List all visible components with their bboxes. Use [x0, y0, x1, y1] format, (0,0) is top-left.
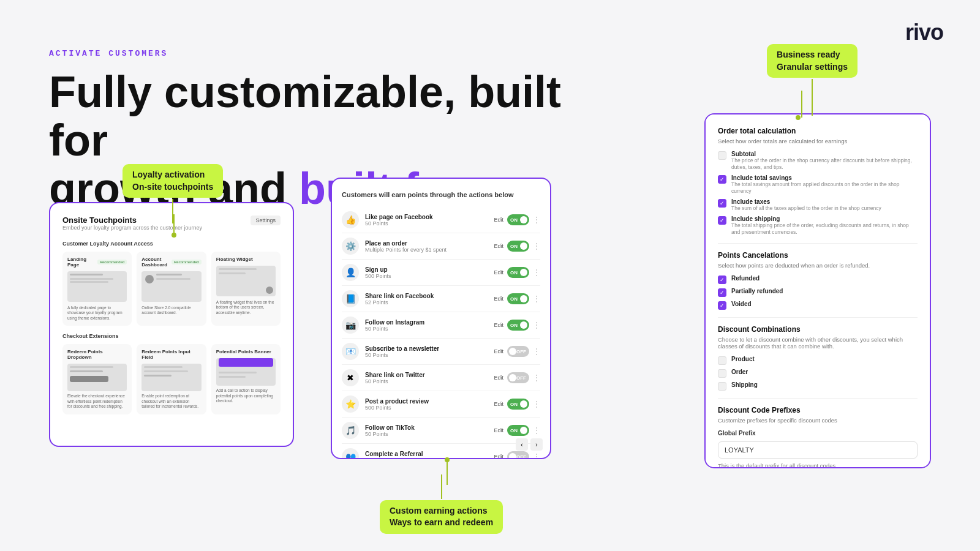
label-voided: Voided [731, 301, 752, 307]
preview-dropdown [67, 364, 127, 391]
divider-2 [718, 317, 918, 318]
name-tiktok: Follow on TikTok [365, 424, 494, 431]
account-cards: Landing Page Recommended A fully dedicat… [62, 252, 281, 326]
edit-newsletter[interactable]: Edit [494, 348, 503, 354]
edit-facebook-like[interactable]: Edit [494, 217, 503, 223]
toggle-place-order[interactable]: ON [507, 241, 529, 252]
option-partially-refunded: Partially refunded [718, 288, 918, 297]
controls-share-facebook: Edit ON ⋮ [494, 293, 540, 304]
info-share-facebook: Share link on Facebook 52 Points [365, 293, 494, 305]
card-floating-widget[interactable]: Floating Widget A floating widget that l… [211, 252, 281, 326]
name-twitter: Share link on Twitter [365, 372, 494, 378]
icon-twitter: ✖ [342, 369, 359, 386]
points-newsletter: 50 Points [365, 352, 494, 358]
text-refunded: Refunded [731, 275, 760, 284]
toggle-tiktok[interactable]: ON [507, 425, 529, 436]
toggle-share-facebook[interactable]: ON [507, 293, 529, 304]
checkbox-refunded[interactable] [718, 276, 726, 284]
controls-newsletter: Edit OFF ⋮ [494, 346, 540, 357]
desc-taxes: The sum of all the taxes applied to the … [731, 205, 881, 212]
info-signup: Sign up 500 Points [365, 266, 494, 279]
edit-signup[interactable]: Edit [494, 269, 503, 276]
label-order: Order [731, 369, 748, 375]
toggle-facebook-like[interactable]: ON [507, 214, 529, 225]
preview-widget [216, 266, 276, 296]
earning-row-facebook-like: 👍 Like page on Facebook 50 Points Edit O… [342, 207, 540, 233]
option-taxes: Include taxes The sum of all the taxes a… [718, 198, 918, 212]
prev-arrow[interactable]: ‹ [516, 438, 528, 451]
earning-row-share-facebook: 📘 Share link on Facebook 52 Points Edit … [342, 286, 540, 312]
controls-facebook-like: Edit ON ⋮ [494, 214, 540, 225]
edit-share-facebook[interactable]: Edit [494, 296, 503, 302]
option-subtotal: Subtotal The price of the order in the s… [718, 151, 918, 171]
edit-instagram[interactable]: Edit [494, 322, 503, 328]
tooltip-earning-line1: Custom earning actions [390, 505, 493, 517]
edit-review[interactable]: Edit [494, 401, 503, 407]
tooltip-business: Business ready Granular settings [767, 44, 858, 78]
toggle-signup[interactable]: ON [507, 267, 529, 278]
text-shipping: Include shipping The total shipping pric… [731, 216, 918, 236]
card-redeem-input[interactable]: Redeem Points Input Field Enable point r… [137, 344, 206, 414]
desc-widget: A floating widget that lives on the bott… [216, 300, 276, 315]
toggle-review[interactable]: ON [507, 399, 529, 410]
earning-row-newsletter: 📧 Subscribe to a newsletter 50 Points Ed… [342, 339, 540, 365]
checkout-cards: Redeem Points Dropdown Elevate the check… [62, 344, 281, 414]
edit-place-order[interactable]: Edit [494, 243, 503, 249]
icon-review: ⭐ [342, 395, 359, 413]
text-subtotal: Subtotal The price of the order in the s… [731, 151, 918, 171]
card-points-banner[interactable]: Potential Points Banner Add a call to ac… [211, 344, 281, 414]
label-partially-refunded: Partially refunded [731, 288, 783, 294]
drag-facebook-like: ⋮ [533, 216, 540, 224]
toggle-referral[interactable]: OFF [507, 451, 529, 459]
info-twitter: Share link on Twitter 50 Points [365, 372, 494, 384]
earning-row-twitter: ✖ Share link on Twitter 50 Points Edit O… [342, 365, 540, 391]
label-subtotal: Subtotal [731, 151, 918, 157]
card-label-dashboard: Account Dashboard [141, 257, 172, 268]
settings-button[interactable]: Settings [251, 216, 281, 225]
card-account-dashboard[interactable]: Account Dashboard Recommended Online Sto… [137, 252, 206, 326]
checkbox-shipping-combo[interactable] [718, 382, 726, 391]
desc-redeem-dropdown: Elevate the checkout experience with eff… [67, 394, 127, 409]
controls-referral: Edit OFF ⋮ [494, 451, 540, 459]
drag-twitter: ⋮ [533, 373, 540, 382]
option-total-savings: Include total savings The total savings … [718, 174, 918, 195]
text-shipping-combo: Shipping [731, 381, 758, 391]
connector-earning [447, 460, 448, 485]
card-landing-page[interactable]: Landing Page Recommended A fully dedicat… [62, 252, 132, 326]
checkbox-shipping[interactable] [718, 216, 726, 225]
label-product: Product [731, 356, 755, 362]
toggle-instagram[interactable]: ON [507, 320, 529, 331]
points-place-order: Multiple Points for every $1 spent [365, 247, 494, 253]
combinations-desc: Choose to let a discount combine with ot… [718, 336, 918, 350]
checkbox-taxes[interactable] [718, 199, 726, 208]
edit-tiktok[interactable]: Edit [494, 427, 503, 433]
icon-tiktok: 🎵 [342, 422, 359, 439]
checkbox-voided[interactable] [718, 301, 726, 310]
text-total-savings: Include total savings The total savings … [731, 174, 918, 195]
label-taxes: Include taxes [731, 198, 881, 205]
label-shipping-combo: Shipping [731, 381, 758, 388]
label-refunded: Refunded [731, 275, 760, 282]
name-review: Post a product review [365, 398, 494, 405]
order-total-title: Order total calculation [718, 127, 918, 135]
points-referral: 100 Points [365, 457, 494, 460]
order-total-desc: Select how order totals are calculated f… [718, 138, 918, 144]
global-prefix-input[interactable] [718, 441, 918, 459]
text-order: Order [731, 369, 748, 378]
checkbox-product[interactable] [718, 356, 726, 365]
controls-signup: Edit ON ⋮ [494, 267, 540, 278]
checkbox-subtotal[interactable] [718, 151, 726, 160]
checkbox-order[interactable] [718, 369, 726, 378]
checkbox-total-savings[interactable] [718, 175, 726, 184]
label-redeem-input: Redeem Points Input Field [141, 349, 201, 360]
next-arrow[interactable]: › [530, 438, 543, 451]
toggle-twitter[interactable]: OFF [507, 372, 529, 383]
checkbox-partially-refunded[interactable] [718, 288, 726, 297]
label-redeem-dropdown: Redeem Points Dropdown [67, 349, 127, 360]
edit-twitter[interactable]: Edit [494, 375, 503, 381]
toggle-newsletter[interactable]: OFF [507, 346, 529, 357]
edit-referral[interactable]: Edit [494, 454, 503, 459]
card-redeem-dropdown[interactable]: Redeem Points Dropdown Elevate the check… [62, 344, 132, 414]
drag-instagram: ⋮ [533, 321, 540, 329]
checkout-section-label: Checkout Extensions [62, 333, 281, 339]
